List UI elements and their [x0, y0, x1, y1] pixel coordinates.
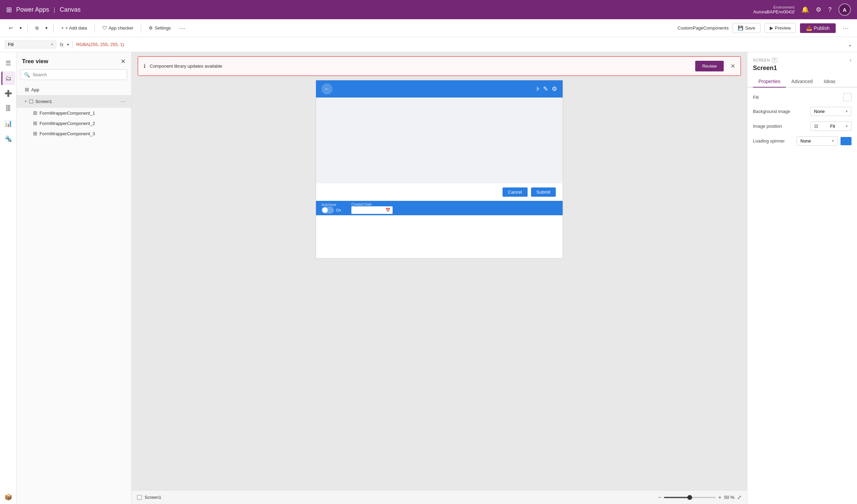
app-back-button[interactable]: ←: [322, 83, 332, 94]
copy-button[interactable]: ⧉: [32, 24, 42, 33]
formula-expand-icon[interactable]: ⌄: [848, 42, 852, 47]
app-filter-icon[interactable]: ⊧: [537, 85, 540, 93]
fill-property-row: Fill: [753, 93, 852, 101]
zoom-in-button[interactable]: +: [718, 494, 721, 501]
zoom-thumb[interactable]: [687, 495, 692, 500]
app-settings-icon[interactable]: ⚙: [552, 85, 557, 93]
environment-info: Environment AuroraBAPEnv0041f: [753, 5, 794, 14]
search-input[interactable]: [21, 69, 127, 80]
app-header-bar: ← ⊧ ✎ ⚙: [316, 80, 563, 98]
publish-icon: 📤: [806, 25, 812, 31]
notification-bell-icon[interactable]: 🔔: [801, 6, 809, 13]
expand-canvas-button[interactable]: ⤢: [737, 494, 742, 501]
screen1-label: Screen1: [35, 99, 117, 104]
tree-item-app[interactable]: ⊞ App: [16, 84, 131, 95]
tree-item-component3[interactable]: ⊞ FormWrapperComponent_3: [16, 128, 131, 139]
review-button[interactable]: Review: [695, 61, 724, 71]
component1-label: FormWrapperComponent_1: [40, 111, 127, 116]
preview-button[interactable]: ▶ Preview: [765, 23, 796, 33]
zoom-fill: [664, 497, 690, 498]
sidebar-data-icon[interactable]: 🗄: [1, 102, 15, 115]
topbar: ⊞ Power Apps | Canvas Environment Aurora…: [0, 0, 857, 19]
toolbar-ellipsis-button[interactable]: ⋯: [840, 23, 852, 33]
sidebar-home-icon[interactable]: ☰: [1, 56, 15, 70]
autosave-toggle[interactable]: [322, 207, 334, 214]
user-avatar[interactable]: A: [838, 3, 851, 16]
notification-banner: ℹ Component library updates available Re…: [138, 56, 741, 76]
app-label: App: [31, 87, 127, 92]
loading-spinner-property-row: Loading spinner None ▾: [753, 136, 852, 146]
formula-chevron-icon[interactable]: ▾: [67, 42, 69, 47]
notification-close-button[interactable]: ✕: [731, 63, 735, 69]
sidebar-layers-icon[interactable]: 🗂: [1, 71, 15, 85]
right-panel-title: Screen1: [747, 63, 857, 76]
copy-dropdown-button[interactable]: ▾: [44, 24, 49, 32]
help-icon[interactable]: ?: [828, 6, 832, 13]
sidebar-components-icon[interactable]: 🔩: [1, 132, 15, 146]
settings-icon[interactable]: ⚙: [816, 6, 821, 13]
fill-label: Fill: [753, 95, 759, 100]
property-selector[interactable]: Fill ▾: [5, 41, 56, 48]
tree-item-component2[interactable]: ⊞ FormWrapperComponent_2: [16, 118, 131, 128]
tree-title: Tree view: [22, 58, 48, 65]
component3-icon: ⊞: [33, 130, 37, 137]
right-panel-expand-icon[interactable]: ›: [850, 57, 852, 63]
screen-indicator: Screen1: [137, 495, 161, 500]
toolbar-separator-3: [94, 24, 95, 32]
tab-properties[interactable]: Properties: [753, 76, 786, 88]
app-submit-button[interactable]: Submit: [531, 187, 556, 197]
fill-color-swatch[interactable]: [843, 93, 852, 101]
tree-item-component1[interactable]: ⊞ FormWrapperComponent_1: [16, 108, 131, 118]
background-image-dropdown[interactable]: None ▾: [810, 107, 852, 116]
loading-spinner-dropdown-icon: ▾: [832, 139, 834, 143]
app-cancel-button[interactable]: Cancel: [503, 187, 527, 197]
component2-icon: ⊞: [33, 120, 37, 126]
canvas-frame: ← ⊧ ✎ ⚙ Cancel Submit: [316, 80, 563, 259]
canvas-area: ℹ Component library updates available Re…: [132, 52, 747, 504]
app-edit-icon[interactable]: ✎: [543, 85, 548, 93]
loading-spinner-dropdown[interactable]: None ▾: [797, 136, 838, 146]
add-data-button[interactable]: + + Add data: [58, 24, 90, 32]
tree-search-container: 🔍: [21, 69, 127, 80]
sidebar-variables-icon[interactable]: 📦: [1, 490, 15, 504]
undo-button[interactable]: ↩: [5, 24, 16, 32]
sidebar-charts-icon[interactable]: 📊: [1, 117, 15, 130]
canvas-frame-container: ← ⊧ ✎ ⚙ Cancel Submit: [132, 80, 747, 490]
toggle-thumb: [322, 207, 328, 213]
notification-info-icon: ℹ: [144, 63, 146, 69]
tree-close-button[interactable]: ✕: [121, 58, 126, 65]
loading-spinner-label: Loading spinner: [753, 138, 785, 144]
property-dropdown-icon: ▾: [51, 42, 53, 47]
loading-spinner-color-swatch[interactable]: [841, 137, 852, 145]
right-panel-help-icon[interactable]: ?: [771, 57, 778, 63]
formula-input[interactable]: RGBA(255, 255, 255, 1): [76, 42, 844, 47]
image-position-dropdown-icon: ▾: [846, 124, 848, 128]
autosave-value: On: [322, 207, 341, 214]
gear-icon: ⚙: [149, 25, 153, 31]
app-checker-button[interactable]: 🛡 App checker: [99, 24, 137, 32]
tree-item-screen1[interactable]: ▾ ☐ Screen1 ⋯: [16, 95, 131, 108]
toolbar-separator-2: [53, 24, 54, 32]
zoom-slider[interactable]: [664, 497, 715, 498]
screen1-more-button[interactable]: ⋯: [119, 98, 127, 105]
tab-advanced[interactable]: Advanced: [786, 76, 818, 88]
zoom-out-button[interactable]: −: [658, 494, 661, 501]
settings-button[interactable]: ⚙ Settings: [145, 24, 174, 32]
screen1-expand-icon[interactable]: ▾: [25, 99, 27, 104]
undo-dropdown-button[interactable]: ▾: [18, 24, 23, 32]
grid-icon[interactable]: ⊞: [6, 5, 12, 14]
sidebar-insert-icon[interactable]: ➕: [1, 87, 15, 100]
created-date-input[interactable]: 📅: [351, 206, 393, 214]
screen-icon: ☐: [29, 99, 33, 105]
publish-button[interactable]: 📤 Publish: [800, 23, 836, 33]
screen-box-icon: [137, 495, 142, 500]
fill-value: [843, 93, 852, 101]
save-icon: 💾: [738, 25, 743, 31]
toolbar-separator-1: [27, 24, 28, 32]
background-image-property-row: Background image None ▾: [753, 107, 852, 116]
tab-ideas[interactable]: Ideas: [818, 76, 841, 88]
more-options-button[interactable]: ⋯: [176, 23, 188, 33]
loading-spinner-value: None ▾: [797, 136, 852, 146]
image-position-dropdown[interactable]: 🖼 Fit ▾: [810, 122, 852, 131]
save-button[interactable]: 💾 Save: [733, 23, 760, 33]
